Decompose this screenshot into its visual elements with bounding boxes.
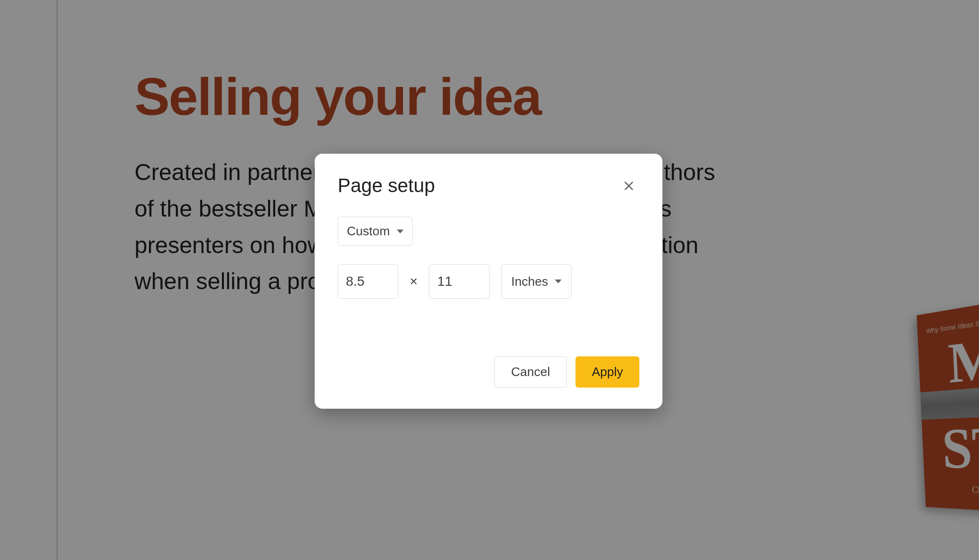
page-setup-dialog: Page setup Custom × Inches Cancel Apply — [315, 154, 662, 409]
dimensions-row: × Inches — [338, 264, 639, 299]
close-button[interactable] — [618, 175, 639, 196]
height-input[interactable] — [429, 264, 490, 299]
preset-dropdown-label: Custom — [347, 224, 390, 239]
times-symbol: × — [410, 274, 417, 289]
chevron-down-icon — [555, 280, 562, 283]
cancel-button[interactable]: Cancel — [494, 356, 567, 388]
preset-dropdown[interactable]: Custom — [338, 217, 413, 246]
dialog-title: Page setup — [338, 175, 435, 196]
units-dropdown-label: Inches — [511, 274, 548, 289]
apply-button[interactable]: Apply — [575, 356, 639, 388]
width-input[interactable] — [338, 264, 398, 299]
units-dropdown[interactable]: Inches — [501, 264, 572, 299]
chevron-down-icon — [397, 230, 404, 233]
preset-row: Custom — [338, 217, 639, 246]
dialog-footer: Cancel Apply — [338, 356, 639, 388]
dialog-header: Page setup — [338, 175, 639, 196]
close-icon — [622, 179, 636, 193]
